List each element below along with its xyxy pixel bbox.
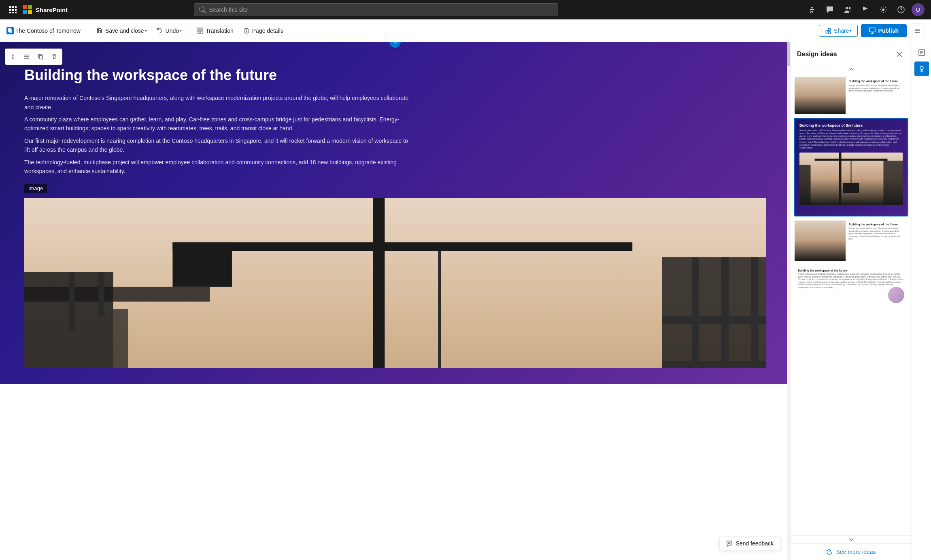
design-card-img-left (795, 77, 846, 114)
design-card-2-title: Building the workspace of the future (799, 123, 903, 127)
svg-point-21 (246, 29, 247, 30)
delete-section-button[interactable] (48, 50, 61, 63)
svg-rect-33 (113, 309, 128, 368)
toolbar-right-group: Share ▾ Publish (819, 23, 925, 38)
hero-image (24, 198, 766, 368)
svg-rect-45 (662, 361, 766, 368)
microsoft-logo[interactable]: SharePoint (23, 5, 68, 15)
svg-rect-1 (12, 6, 14, 8)
people-icon[interactable] (840, 2, 855, 17)
toolbar-left-group: The Contoso of Tomorrow Save and close ▾… (6, 25, 817, 36)
crane-illustration (24, 198, 766, 368)
chat-icon[interactable] (823, 2, 837, 17)
waffle-menu[interactable] (6, 3, 19, 16)
accessibility-icon[interactable] (805, 2, 819, 17)
svg-rect-58 (843, 183, 859, 193)
feedback-icon (726, 540, 733, 547)
page-details-button[interactable]: Page details (239, 25, 287, 36)
hero-para-2: A community plaza where employees can ga… (24, 115, 413, 133)
add-section-icon: + (393, 42, 397, 46)
see-more-ideas-button[interactable]: See more ideas (797, 549, 905, 555)
undo-button[interactable]: Undo ▾ (153, 25, 186, 36)
svg-text:あ: あ (201, 28, 203, 30)
send-feedback-button[interactable]: Send feedback (719, 537, 780, 550)
hero-body: A major renovation of Contoso's Singapor… (24, 93, 413, 176)
search-bar[interactable] (194, 3, 558, 16)
share-label: Share (834, 28, 849, 34)
svg-rect-6 (9, 12, 11, 13)
toolbar-divider-1 (89, 25, 89, 36)
settings-icon[interactable] (876, 2, 891, 17)
design-card-2-layout: Building the workspace of the future A m… (795, 119, 908, 216)
design-panel-header: Design ideas (791, 42, 912, 65)
collapse-button[interactable] (910, 23, 925, 38)
svg-rect-49 (721, 257, 729, 368)
svg-point-9 (811, 7, 813, 8)
publish-button[interactable]: Publish (861, 24, 907, 37)
svg-rect-16 (9, 29, 12, 33)
svg-point-10 (846, 7, 848, 9)
svg-rect-54 (799, 165, 811, 205)
svg-rect-35 (69, 272, 75, 332)
translation-label: Translation (206, 28, 234, 34)
copy-section-button[interactable] (34, 50, 47, 63)
undo-arrow[interactable]: ▾ (180, 28, 182, 33)
svg-rect-31 (24, 198, 766, 368)
design-card-3-img (795, 221, 846, 261)
design-card-3-layout: Building the workspace of the future A m… (795, 221, 908, 261)
content-area[interactable]: + (0, 42, 790, 560)
svg-rect-37 (373, 198, 385, 368)
translation-icon: A あ (197, 28, 203, 34)
share-arrow[interactable]: ▾ (850, 28, 852, 33)
design-ideas-panel: Design ideas Building the workspace of t… (790, 42, 912, 560)
help-icon[interactable] (894, 2, 908, 17)
svg-rect-50 (751, 257, 758, 368)
svg-point-14 (901, 11, 901, 12)
search-input[interactable] (209, 6, 553, 13)
content-scrollbar[interactable] (785, 42, 790, 560)
move-section-button[interactable] (6, 50, 19, 63)
ms-logo-grid (23, 5, 32, 15)
section-settings-button[interactable] (20, 50, 33, 63)
svg-rect-59 (884, 161, 903, 205)
design-card-3-title: Building the workspace of the future (849, 223, 904, 226)
svg-point-11 (848, 7, 850, 9)
translation-button[interactable]: A あ Translation (193, 25, 238, 36)
user-avatar[interactable]: U (912, 3, 925, 16)
design-ideas-button[interactable] (914, 62, 929, 76)
design-panel-scroll-down[interactable] (791, 535, 912, 543)
design-card-3-body: A major renovation of Contoso's Singapor… (849, 227, 904, 240)
page-editor: Building the workspace of the future A m… (0, 42, 790, 560)
share-button[interactable]: Share ▾ (819, 25, 858, 37)
send-feedback-label: Send feedback (736, 540, 774, 547)
svg-rect-39 (172, 242, 232, 287)
scrollbar-thumb[interactable] (787, 42, 790, 66)
section-toolbar (5, 49, 62, 65)
save-close-arrow[interactable]: ▾ (145, 28, 147, 33)
svg-rect-0 (9, 6, 11, 8)
page-details-label: Page details (252, 28, 283, 34)
design-card-2[interactable]: Building the workspace of the future A m… (794, 118, 908, 216)
see-more-label: See more ideas (836, 549, 876, 555)
design-panel-close-button[interactable] (894, 49, 905, 60)
right-sidebar (912, 42, 931, 560)
hero-para-4: The technology-fueled, multiphase projec… (24, 158, 413, 176)
save-close-label: Save and close (105, 28, 144, 34)
hero-para-1: A major renovation of Contoso's Singapor… (24, 93, 413, 112)
design-card-4-body: A major renovation of Contoso's Singapor… (798, 273, 904, 288)
flag-icon[interactable] (858, 2, 873, 17)
refresh-icon (826, 549, 833, 555)
page-details-icon (243, 28, 250, 34)
design-card-4-text: Building the workspace of the future A m… (798, 269, 904, 288)
page-properties-button[interactable] (914, 45, 929, 60)
design-panel-scroll-up[interactable] (791, 65, 912, 73)
design-card-2-img (799, 153, 903, 205)
design-card-1[interactable]: Building the workspace of the future A m… (794, 76, 908, 115)
design-card-4[interactable]: Building the workspace of the future A m… (794, 265, 908, 307)
search-icon (199, 6, 206, 13)
design-card-3[interactable]: Building the workspace of the future A m… (794, 220, 908, 262)
save-close-button[interactable]: Save and close ▾ (92, 25, 151, 36)
design-panel-cards: Building the workspace of the future A m… (791, 73, 912, 535)
page-name: The Contoso of Tomorrow (15, 28, 81, 34)
design-card-4-layout: Building the workspace of the future A m… (795, 266, 908, 306)
